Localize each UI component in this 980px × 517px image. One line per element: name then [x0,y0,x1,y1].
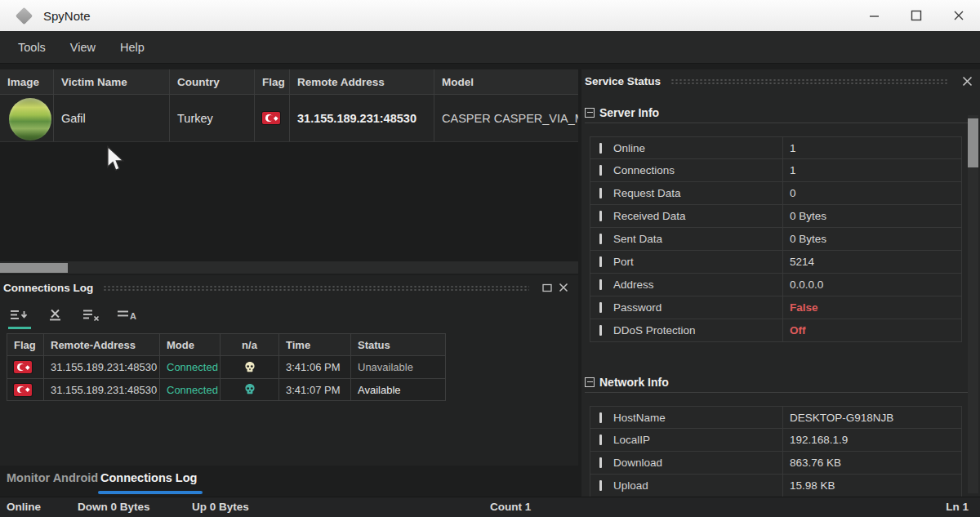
prop-row[interactable]: Password False [590,296,962,319]
prop-label: Online [610,137,783,158]
log-col-na[interactable]: n/a [220,333,279,355]
close-panel-button[interactable] [959,73,975,89]
victim-row[interactable]: Gafil Turkey 31.155.189.231:48530 CASPER… [0,95,578,142]
close-panel-button[interactable] [555,279,572,296]
scroll-to-bottom-button[interactable] [8,306,31,329]
prop-row[interactable]: Download 863.76 KB [590,452,962,475]
log-remote-address: 31.155.189.231:48530 [44,378,160,401]
server-info-group-header[interactable]: Server Info [585,105,973,123]
prop-value: Off [783,319,961,341]
status-bar: Online Down 0 Bytes Up 0 Bytes Count 1 L… [0,497,980,517]
col-image[interactable]: Image [0,69,54,94]
active-tool-indicator [8,327,31,330]
connections-log-panel: Connections Log [0,275,578,466]
property-marker-icon [599,143,602,154]
word-wrap-button[interactable]: A [116,306,139,329]
prop-label: LocalIP [610,429,783,451]
panel-drag-texture [103,285,529,292]
prop-row[interactable]: Received Data 0 Bytes [590,205,962,228]
remove-lines-button[interactable] [80,306,103,329]
log-row[interactable]: 31.155.189.231:48530 Connected 3:41:07 P… [7,378,446,401]
col-remote-address[interactable]: Remote Address [290,69,434,94]
log-col-flag[interactable]: Flag [7,333,44,355]
log-col-time[interactable]: Time [279,333,351,355]
property-marker-icon [599,412,602,423]
prop-row[interactable]: DDoS Protection Off [590,319,962,342]
clear-log-icon [48,309,63,322]
log-mode: Connected [160,355,220,378]
title-bar: SpyNote [0,0,980,31]
col-victim-name[interactable]: Victim Name [54,69,170,94]
prop-row[interactable]: Sent Data 0 Bytes [590,228,962,251]
minimize-button[interactable] [853,0,895,31]
log-col-remote-address[interactable]: Remote-Address [44,333,160,355]
col-model[interactable]: Model [434,69,578,94]
skull-icon [243,383,256,396]
service-status-header: Service Status [581,69,980,92]
server-info-table: Online 1 Connections 1 Request Data 0 Re… [590,136,962,342]
prop-label: Upload [610,475,783,497]
property-marker-icon [599,279,602,290]
tab-connections-log[interactable]: Connections Log [100,471,197,484]
float-icon [542,283,552,292]
prop-row[interactable]: Address 0.0.0.0 [590,274,962,296]
collapse-icon[interactable] [585,377,595,387]
property-marker-icon [599,325,602,336]
property-marker-icon [599,256,602,267]
prop-label: Received Data [610,205,783,227]
window-title: SpyNote [43,9,91,23]
prop-value: 1 [783,137,961,158]
log-remote-address: 31.155.189.231:48530 [44,355,160,378]
svg-text:A: A [130,311,136,321]
col-country[interactable]: Country [170,69,255,94]
prop-label: Connections [610,159,783,181]
status-up-bytes: Up 0 Bytes [192,501,249,513]
status-line-number: Ln 1 [946,501,969,513]
log-time: 3:41:07 PM [279,378,351,401]
tab-monitor-android[interactable]: Monitor Android [7,471,98,484]
close-button[interactable] [938,0,980,31]
prop-row[interactable]: Upload 15.98 KB [590,475,962,497]
prop-row[interactable]: Online 1 [590,136,962,159]
prop-label: Download [610,452,783,474]
network-info-group-header[interactable]: Network Info [585,375,973,393]
property-marker-icon [599,435,602,445]
log-status: Available [351,378,446,401]
horizontal-scrollbar[interactable] [0,261,578,274]
prop-value: 192.168.1.9 [783,429,961,451]
maximize-button[interactable] [895,0,938,31]
prop-label: Address [610,274,783,296]
prop-label: Port [610,251,783,273]
menu-view[interactable]: View [70,41,96,54]
property-marker-icon [599,234,602,244]
prop-row[interactable]: HostName DESKTOP-G918NJB [590,406,962,429]
prop-row[interactable]: Port 5214 [590,251,962,274]
vertical-scrollbar[interactable] [968,115,978,493]
log-col-mode[interactable]: Mode [160,333,220,355]
prop-label: Request Data [610,182,783,204]
prop-row[interactable]: Request Data 0 [590,182,962,205]
prop-row[interactable]: LocalIP 192.168.1.9 [590,429,962,452]
log-row[interactable]: 31.155.189.231:48530 Connected 3:41:06 P… [7,355,446,378]
victims-table: Image Victim Name Country Flag Remote Ad… [0,69,578,261]
vertical-scrollbar-thumb[interactable] [968,118,978,167]
property-marker-icon [599,165,602,176]
panel-drag-texture [670,78,949,86]
horizontal-scrollbar-thumb[interactable] [0,263,68,273]
collapse-icon[interactable] [585,108,595,118]
log-col-status[interactable]: Status [351,333,446,355]
victim-avatar [9,98,51,140]
prop-value: 0 Bytes [783,228,961,250]
log-status: Unavailable [351,355,446,378]
menu-help[interactable]: Help [120,41,145,54]
float-panel-button[interactable] [539,279,555,296]
property-marker-icon [599,480,602,491]
clear-log-button[interactable] [44,306,67,329]
prop-row[interactable]: Connections 1 [590,159,962,182]
server-info-title: Server Info [599,106,659,119]
col-flag[interactable]: Flag [255,69,290,94]
status-count: Count 1 [490,501,531,513]
spynote-window: SpyNote Tools View Help Image Victim Nam… [0,0,980,517]
prop-value: 863.76 KB [783,452,961,474]
menu-tools[interactable]: Tools [18,41,46,54]
